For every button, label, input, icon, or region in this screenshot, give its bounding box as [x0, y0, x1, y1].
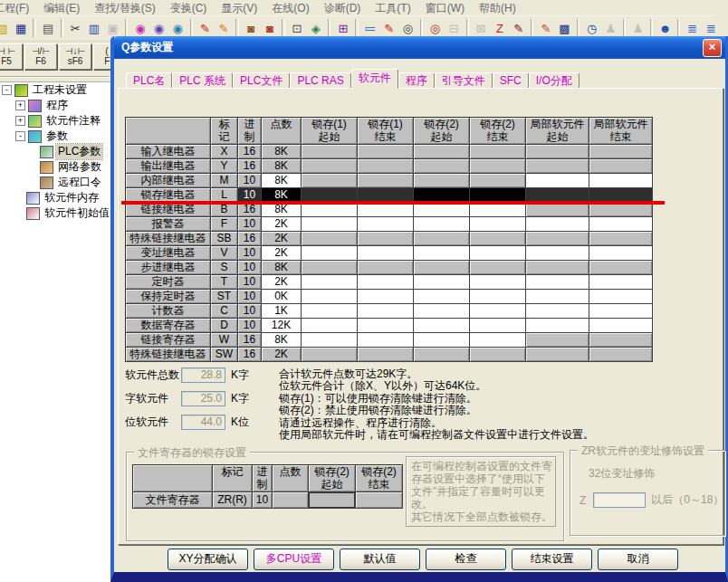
menu-item-3[interactable]: 变换(C): [163, 1, 215, 15]
menu-item-2[interactable]: 查找/替换(S): [87, 1, 162, 15]
check-button[interactable]: 检查: [426, 549, 506, 570]
latch1-end-cell[interactable]: [358, 333, 414, 348]
tree-item-8[interactable]: 软元件初始值: [0, 205, 110, 221]
device-points-cell[interactable]: 8K: [262, 333, 302, 348]
latch1-end-cell[interactable]: [358, 246, 414, 261]
menu-item-7[interactable]: 工具(T): [368, 1, 417, 15]
copy-icon[interactable]: ▥: [86, 17, 103, 39]
latch2-end-cell[interactable]: [470, 203, 526, 217]
device-table-header-cell: 锁存(2) 结束: [470, 118, 526, 145]
menu-item-8[interactable]: 窗口(W): [418, 1, 472, 15]
menu-item-0[interactable]: 工程(F): [0, 1, 36, 15]
local-end-cell[interactable]: [589, 304, 653, 319]
local-start-cell[interactable]: [526, 246, 589, 261]
latch2-end-cell[interactable]: [470, 246, 526, 261]
latch2-start-cell[interactable]: [414, 319, 470, 333]
tree-item-3[interactable]: -参数: [0, 129, 110, 144]
tree-item-4[interactable]: PLC参数: [0, 144, 110, 159]
latch1-start-cell[interactable]: [302, 319, 358, 333]
tree-item-1[interactable]: +程序: [0, 98, 110, 113]
device-points-cell[interactable]: 0K: [262, 290, 302, 304]
latch2-start-cell[interactable]: [414, 304, 470, 319]
end-setting-button[interactable]: 结束设置: [512, 549, 592, 570]
local-end-cell[interactable]: [589, 290, 653, 304]
latch2-end-cell[interactable]: [470, 290, 526, 304]
latch1-end-cell[interactable]: [358, 217, 414, 232]
latch1-start-cell[interactable]: [302, 290, 358, 304]
latch1-start-cell[interactable]: [302, 203, 358, 217]
latch2-end-cell[interactable]: [470, 304, 526, 319]
menu-item-6[interactable]: 诊断(D): [317, 1, 369, 15]
local-start-cell[interactable]: [526, 275, 589, 290]
tree-expander-icon[interactable]: -: [2, 85, 12, 95]
local-end-cell[interactable]: [589, 174, 653, 188]
ladder-button-F5[interactable]: ⊣ ⊢F5: [0, 43, 23, 70]
tree-item-5[interactable]: 网络参数: [0, 159, 110, 175]
open-project-icon[interactable]: ▧: [0, 17, 11, 39]
local-end-cell[interactable]: [589, 319, 653, 333]
local-start-cell[interactable]: [526, 174, 589, 188]
local-start-cell[interactable]: [526, 217, 589, 232]
latch2-end-cell[interactable]: [470, 333, 526, 348]
device-points-cell[interactable]: 8K: [262, 174, 302, 188]
latch2-start-cell[interactable]: [414, 333, 470, 348]
local-end-cell[interactable]: [589, 275, 653, 290]
cancel-button[interactable]: 取消: [598, 549, 678, 570]
menu-item-5[interactable]: 在线(O): [264, 1, 316, 15]
menu-item-4[interactable]: 显示(V): [214, 1, 264, 15]
latch2-start-cell[interactable]: [414, 246, 470, 261]
latch2-start-cell[interactable]: [414, 217, 470, 232]
tab-软元件[interactable]: 软元件: [351, 69, 398, 89]
ladder-button-F6[interactable]: ⊣/⊢F6: [24, 43, 57, 70]
device-points-cell[interactable]: 2K: [262, 246, 302, 261]
local-start-cell[interactable]: [526, 319, 589, 333]
device-points-cell[interactable]: 12K: [262, 319, 302, 333]
latch1-end-cell[interactable]: [358, 203, 414, 217]
latch1-end-cell[interactable]: [358, 304, 414, 319]
tree-item-2[interactable]: +软元件注释: [0, 113, 110, 129]
latch2-end-cell[interactable]: [470, 275, 526, 290]
latch1-end-cell[interactable]: [358, 319, 414, 333]
tree-item-6[interactable]: 远程口令: [0, 175, 110, 190]
latch1-start-cell[interactable]: [302, 246, 358, 261]
save-project-icon[interactable]: ▦: [13, 17, 30, 39]
local-end-cell[interactable]: [589, 246, 653, 261]
latch2-end-cell[interactable]: [470, 319, 526, 333]
device-points-cell[interactable]: 2K: [262, 275, 302, 290]
latch1-start-cell[interactable]: [302, 333, 358, 348]
latch2-end-cell[interactable]: [470, 217, 526, 232]
tree-expander-icon[interactable]: +: [15, 100, 25, 110]
device-radix-cell: 10: [238, 319, 262, 333]
cut-icon[interactable]: ✂: [67, 17, 84, 39]
multi-cpu-setting-button[interactable]: 多CPU设置: [254, 549, 334, 570]
tree-expander-icon[interactable]: +: [15, 116, 25, 126]
default-button[interactable]: 默认值: [340, 549, 420, 570]
tree-expander-icon[interactable]: -: [15, 131, 25, 141]
total-value-field: 44.0: [181, 415, 225, 430]
ladder-button-sF6[interactable]: ⊣↓⊢sF6: [59, 43, 91, 70]
latch1-end-cell[interactable]: [358, 275, 414, 290]
device-points-cell[interactable]: 2K: [262, 217, 302, 232]
menu-item-1[interactable]: 编辑(E): [36, 1, 87, 15]
device-points-cell[interactable]: 8K: [262, 203, 302, 217]
device-table-header-cell: 锁存(2) 起始: [414, 118, 470, 145]
xy-assignment-confirm-button[interactable]: XY分配确认: [168, 549, 248, 570]
latch2-start-cell[interactable]: [414, 203, 470, 217]
latch1-end-cell[interactable]: [358, 290, 414, 304]
menu-item-9[interactable]: 帮助(H): [472, 1, 523, 15]
latch2-start-cell[interactable]: [414, 275, 470, 290]
print-icon[interactable]: ▤: [40, 17, 57, 39]
file-register-header-cell: 锁存(2) 起始: [309, 465, 356, 492]
latch1-start-cell[interactable]: [302, 304, 358, 319]
close-icon[interactable]: ×: [703, 39, 722, 57]
latch2-start-cell[interactable]: [414, 290, 470, 304]
file-register-latch2-start-cell[interactable]: [309, 492, 356, 509]
latch1-start-cell[interactable]: [302, 275, 358, 290]
tree-item-0[interactable]: -工程未设置: [0, 82, 110, 98]
device-points-cell[interactable]: 1K: [262, 304, 302, 319]
tree-item-7[interactable]: 软元件内存: [0, 190, 110, 205]
latch1-start-cell[interactable]: [302, 217, 358, 232]
local-start-cell[interactable]: [526, 290, 589, 304]
local-end-cell[interactable]: [589, 217, 653, 232]
local-start-cell[interactable]: [526, 304, 589, 319]
